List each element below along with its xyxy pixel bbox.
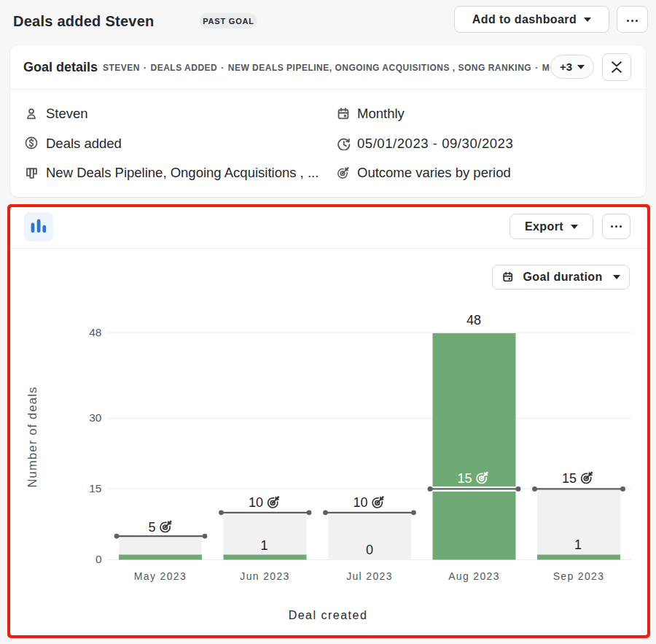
svg-text:48: 48 bbox=[89, 326, 101, 338]
svg-text:5: 5 bbox=[148, 520, 155, 535]
svg-text:30: 30 bbox=[89, 411, 102, 424]
svg-text:May 2023: May 2023 bbox=[134, 570, 187, 582]
svg-text:0: 0 bbox=[366, 543, 373, 557]
svg-text:Sep 2023: Sep 2023 bbox=[553, 570, 605, 582]
svg-text:15: 15 bbox=[562, 471, 577, 486]
svg-text:0: 0 bbox=[95, 553, 102, 565]
svg-text:10: 10 bbox=[249, 495, 263, 510]
svg-text:Aug 2023: Aug 2023 bbox=[448, 570, 500, 582]
svg-text:Jul 2023: Jul 2023 bbox=[346, 570, 393, 582]
svg-text:15: 15 bbox=[89, 482, 101, 494]
svg-text:Jun 2023: Jun 2023 bbox=[240, 570, 289, 582]
svg-text:Deal created: Deal created bbox=[289, 609, 368, 621]
svg-text:1: 1 bbox=[260, 538, 268, 553]
svg-text:10: 10 bbox=[353, 495, 367, 510]
svg-text:1: 1 bbox=[574, 538, 582, 552]
svg-text:15: 15 bbox=[457, 471, 472, 486]
svg-text:48: 48 bbox=[466, 313, 481, 327]
svg-text:Number of deals: Number of deals bbox=[26, 386, 39, 487]
